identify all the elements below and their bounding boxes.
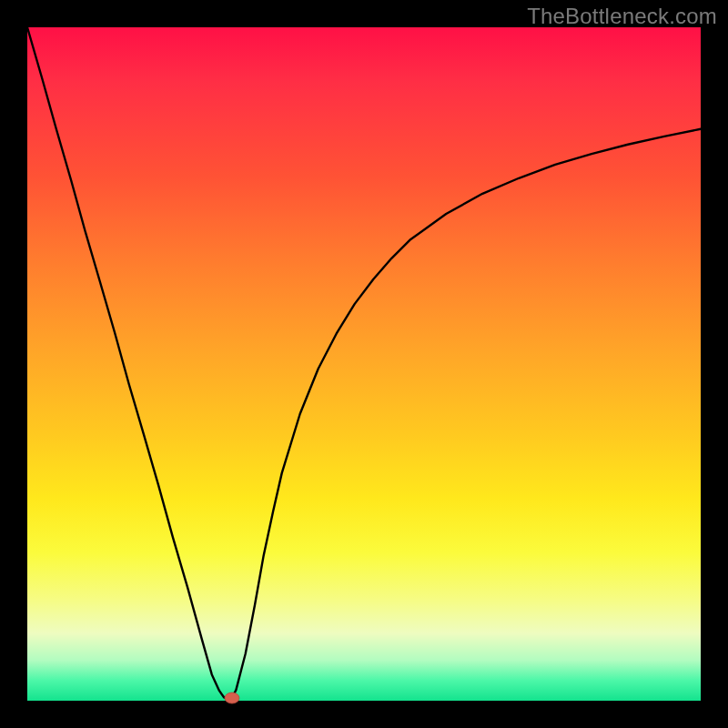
bottleneck-curve [27,27,701,700]
watermark-label: TheBottleneck.com [527,4,717,29]
min-marker [225,693,239,703]
chart-frame: TheBottleneck.com [0,0,728,728]
chart-svg [27,27,701,701]
plot-area [27,27,701,701]
